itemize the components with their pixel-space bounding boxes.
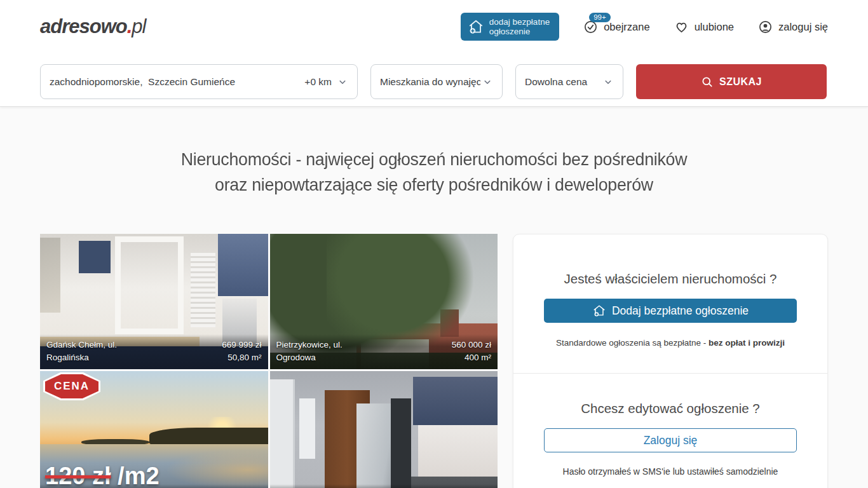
- nav-favorites-label: ulubione: [695, 21, 734, 33]
- owner-note: Standardowe ogłoszenia są bezpłatne - be…: [544, 338, 797, 348]
- add-listing-line1: dodaj bezpłatne: [489, 17, 550, 27]
- listing-card-1[interactable]: Gdańsk Chełm, ul. Rogalińska 669 999 zł …: [40, 234, 268, 369]
- price-value: Dowolna cena: [525, 76, 587, 88]
- chevron-down-icon: [482, 76, 493, 88]
- top-bar: adresowo.pl dodaj bezpłatne ogłoszenie: [0, 0, 868, 107]
- header-actions: dodaj bezpłatne ogłoszenie 99+ obejrzane: [461, 13, 828, 41]
- search-button-label: SZUKAJ: [719, 76, 762, 88]
- listing-price: 560 000 zł: [452, 339, 491, 351]
- listing-area: 400 m²: [452, 351, 491, 364]
- owner-section: Jesteś właścicielem nieruchomości ? Doda…: [513, 234, 827, 373]
- listing-photo-lake: CENA 120 zł /m2: [40, 371, 268, 488]
- owner-note-bold: bez opłat i prowizji: [709, 338, 785, 348]
- hero: Nieruchomości - najwięcej ogłoszeń nieru…: [0, 107, 868, 197]
- house-plus-icon: [592, 304, 606, 318]
- location-input[interactable]: [50, 76, 304, 88]
- search-row: +0 km Mieszkania do wynajęcia Dowolna ce…: [40, 64, 828, 99]
- sidebar-login-button[interactable]: Zaloguj się: [544, 428, 797, 452]
- add-listing-line2: ogłoszenie: [489, 27, 531, 36]
- art-backsplash: [418, 425, 498, 477]
- listing-location: Gdańsk Chełm, ul. Rogalińska: [46, 339, 117, 364]
- category-select[interactable]: Mieszkania do wynajęcia: [370, 64, 503, 99]
- viewed-count-badge: 99+: [589, 13, 611, 22]
- listing-label: Warszawa Praga-Północ 550 000 zł: [270, 484, 498, 488]
- chevron-down-icon: [602, 76, 614, 88]
- nav-viewed-label: obejrzane: [604, 21, 649, 33]
- art-picture: [40, 238, 60, 312]
- edit-note: Hasło otrzymałeś w SMS'ie lub ustawiłeś …: [544, 466, 797, 477]
- art-cabinet: [218, 234, 268, 296]
- add-listing-button[interactable]: dodaj bezpłatne ogłoszenie: [461, 13, 559, 41]
- price-alert-badge-text: CENA: [45, 374, 98, 398]
- art-cabinet: [79, 241, 111, 273]
- listing-card-3[interactable]: CENA 120 zł /m2 Elganowo 352 000 zł: [40, 371, 268, 488]
- viewed-icon-wrap: 99+: [583, 20, 598, 34]
- art-window: [115, 236, 184, 334]
- page-title: Nieruchomości - najwięcej ogłoszeń nieru…: [26, 146, 842, 197]
- art-panel: [299, 398, 315, 459]
- location-line2: Rogalińska: [46, 351, 117, 364]
- art-cabinet: [413, 377, 498, 426]
- art-sun-reflection: [165, 450, 268, 488]
- listing-card-4[interactable]: Warszawa Praga-Północ 550 000 zł: [270, 371, 498, 488]
- edit-section: Chcesz edytować ogłoszenie ? Zaloguj się…: [513, 373, 827, 488]
- owner-note-text: Standardowe ogłoszenia są bezpłatne -: [556, 338, 709, 348]
- location-line1: Gdańsk Chełm, ul.: [46, 339, 117, 351]
- sidebar-login-label: Zaloguj się: [644, 434, 698, 447]
- listing-price: 669 999 zł: [222, 339, 261, 351]
- art-white-door: [270, 379, 295, 488]
- chevron-down-icon[interactable]: [337, 76, 348, 88]
- listing-area: 50,80 m²: [222, 351, 261, 364]
- location-combobox[interactable]: +0 km: [40, 64, 358, 99]
- radius-value[interactable]: +0 km: [304, 76, 332, 88]
- nav-login-label: zaloguj się: [778, 21, 828, 33]
- location-line1: Pietrzykowice, ul.: [276, 339, 342, 351]
- house-plus-icon: [468, 18, 484, 35]
- nav-login[interactable]: zaloguj się: [758, 20, 828, 34]
- sidebar: Jesteś właścicielem nieruchomości ? Doda…: [513, 234, 828, 488]
- page-title-line1: Nieruchomości - najwięcej ogłoszeń nieru…: [181, 149, 687, 169]
- edit-heading: Chcesz edytować ogłoszenie ?: [544, 399, 797, 418]
- listing-label: Elganowo 352 000 zł: [40, 484, 268, 488]
- listing-label: Gdańsk Chełm, ul. Rogalińska 669 999 zł …: [40, 334, 268, 369]
- header: adresowo.pl dodaj bezpłatne ogłoszenie: [0, 0, 868, 53]
- listing-price-block: 560 000 zł 400 m²: [452, 339, 491, 364]
- sidebar-add-listing-label: Dodaj bezpłatne ogłoszenie: [612, 304, 749, 318]
- page-title-line2: oraz niepowtarzające się oferty pośredni…: [215, 174, 653, 194]
- main-content: Gdańsk Chełm, ul. Rogalińska 669 999 zł …: [0, 234, 868, 488]
- listing-location: Pietrzykowice, ul. Ogrodowa: [276, 339, 342, 364]
- listing-card-2[interactable]: Pietrzykowice, ul. Ogrodowa 560 000 zł 4…: [270, 234, 498, 369]
- price-select[interactable]: Dowolna cena: [515, 64, 623, 99]
- logo-name: adresowo: [40, 15, 127, 37]
- listing-label: Pietrzykowice, ul. Ogrodowa 560 000 zł 4…: [270, 334, 498, 369]
- logo-tld: pl: [132, 15, 146, 37]
- listing-grid: Gdańsk Chełm, ul. Rogalińska 669 999 zł …: [40, 234, 498, 488]
- art-cabinet: [391, 398, 411, 488]
- listing-photo-interior: [270, 371, 498, 488]
- location-line2: Ogrodowa: [276, 351, 342, 364]
- search-section: +0 km Mieszkania do wynajęcia Dowolna ce…: [0, 53, 868, 107]
- owner-heading: Jesteś właścicielem nieruchomości ?: [544, 269, 797, 288]
- search-button[interactable]: SZUKAJ: [636, 64, 827, 99]
- art-radiator: [191, 253, 215, 327]
- sidebar-add-listing-button[interactable]: Dodaj bezpłatne ogłoszenie: [544, 299, 797, 323]
- nav-viewed[interactable]: 99+ obejrzane: [583, 20, 649, 34]
- listing-price-block: 669 999 zł 50,80 m²: [222, 339, 261, 364]
- search-icon: [701, 76, 714, 88]
- category-value: Mieszkania do wynajęcia: [380, 76, 480, 88]
- logo[interactable]: adresowo.pl: [40, 15, 146, 38]
- art-fridge: [356, 403, 395, 488]
- nav-favorites[interactable]: ulubione: [674, 20, 734, 34]
- add-listing-label: dodaj bezpłatne ogłoszenie: [489, 17, 550, 36]
- user-circle-icon: [758, 20, 773, 34]
- heart-icon: [674, 20, 689, 34]
